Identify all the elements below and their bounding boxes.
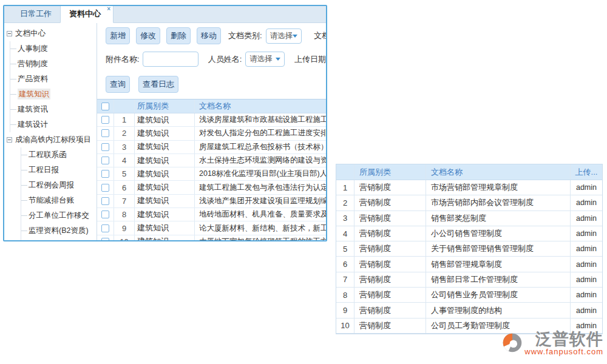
- person-name-select[interactable]: 请选择: [245, 52, 285, 67]
- toolbar-button[interactable]: 修改: [136, 27, 160, 44]
- cell-seq: 2: [336, 195, 354, 210]
- table-row[interactable]: 5 建筑知识 2018标准化监理项目部(业主项目部)人员...: [97, 167, 326, 181]
- table-row[interactable]: 4 营销制度 小公司销售管理制度 admin: [336, 226, 602, 241]
- marketing-docs-table: 所属别类 文档名称 上传... 1 营销制度 市场营销部管理规章制度 admin…: [336, 164, 603, 334]
- close-icon[interactable]: ×: [107, 6, 110, 12]
- row-checkbox[interactable]: [101, 211, 109, 218]
- cell-uploader: admin: [571, 241, 602, 256]
- table-row[interactable]: 4 建筑知识 水土保持生态环境监测网络的建设与资...: [97, 154, 326, 167]
- building-docs-table: 所属别类 文档名称 1 建筑知识 浅谈房屋建筑和市政: [97, 99, 326, 240]
- tree-node[interactable]: 文档中心: [4, 26, 97, 41]
- table-header-row: 所属别类 文档名称: [97, 99, 326, 113]
- row-checkbox[interactable]: [101, 238, 109, 240]
- tree-node-label: 节能减排台账: [29, 196, 74, 204]
- cell-seq: 1: [114, 113, 135, 126]
- toolbar-button[interactable]: 移动: [197, 27, 221, 44]
- tree-node[interactable]: 监理资料(B3质量控制): [4, 238, 97, 240]
- tree-node[interactable]: 产品资料: [4, 72, 97, 87]
- cell-uploader: admin: [571, 226, 602, 241]
- header-cell-seq: [336, 164, 354, 180]
- row-checkbox[interactable]: [101, 184, 109, 192]
- row-checkbox[interactable]: [101, 224, 109, 232]
- tree-node[interactable]: 成渝高铁内江标段项目: [4, 132, 97, 147]
- cell-checkbox: [97, 221, 114, 234]
- cell-uploader: admin: [571, 211, 602, 226]
- row-checkbox[interactable]: [101, 197, 109, 205]
- tree-node[interactable]: 营销制度: [4, 56, 97, 72]
- cell-seq: 7: [114, 195, 135, 207]
- tree-node[interactable]: 建筑设计: [4, 117, 97, 132]
- cell-seq: 5: [114, 167, 135, 180]
- tab-daily-work[interactable]: 日常工作: [12, 5, 60, 22]
- query-button[interactable]: 查询: [106, 76, 130, 93]
- table-row[interactable]: 7 营销制度 销售部日常工作管理制度 admin: [336, 272, 602, 288]
- tree-node[interactable]: 工程日报: [4, 163, 97, 178]
- table-row[interactable]: 9 营销制度 人事管理制度的结构 admin: [336, 303, 602, 318]
- document-tree: 文档中心 人事制度 营销制度 产品资料: [4, 26, 97, 240]
- cell-checkbox: [97, 181, 114, 194]
- tree-node-label: 文档中心: [15, 29, 46, 38]
- cell-doc-name: 浅谈地产集团开发建设项目监理规划编...: [195, 195, 326, 207]
- view-log-button[interactable]: 查看日志: [138, 76, 178, 93]
- doc-category-select[interactable]: 请选择: [266, 29, 302, 44]
- cell-category: 营销制度: [354, 226, 426, 241]
- row-checkbox[interactable]: [101, 170, 109, 178]
- tree-node[interactable]: 建筑资讯: [4, 102, 97, 117]
- table-row[interactable]: 2 建筑知识 对发包人指定分包的工程施工进度安排...: [97, 127, 326, 140]
- tree-node[interactable]: 节能减排台账: [4, 193, 97, 208]
- cell-category: 营销制度: [354, 303, 426, 317]
- doc-category-value: 请选择: [270, 31, 293, 41]
- select-all-checkbox[interactable]: [101, 103, 109, 110]
- cell-category: 建筑知识: [135, 221, 195, 234]
- table-row[interactable]: 3 营销制度 销售部奖惩制度 admin: [336, 211, 602, 226]
- header-cell-doc-name: 文档名称: [426, 164, 571, 180]
- tree-node[interactable]: 工程联系函: [4, 147, 97, 163]
- tree-node-label: 分工单位工作移交: [29, 211, 89, 220]
- toolbar-button[interactable]: 删除: [166, 27, 191, 44]
- table-row[interactable]: 1 建筑知识 浅谈房屋建筑和市政基础设施工程施工...: [97, 113, 326, 127]
- document-panel: 新增修改删除移动 文档类别: 请选择 文档 附件名称: 人员姓名: 请选择: [97, 23, 326, 240]
- person-name-value: 请选择: [249, 54, 273, 64]
- table-row[interactable]: 2 营销制度 市场营销部内部会议管理制度 admin: [336, 195, 602, 211]
- cell-category: 建筑知识: [135, 113, 195, 126]
- cell-doc-name: 大厦地下室加气砼墙砌筑工程的施工方...: [195, 235, 326, 240]
- table-row[interactable]: 9 建筑知识 论大厦新材料、新结构、新技术，新工...: [97, 221, 326, 235]
- table-row[interactable]: 6 建筑知识 建筑工程施工发包与承包违法行为认定...: [97, 181, 326, 194]
- tree-node[interactable]: 建筑知识: [4, 87, 97, 102]
- tree-node[interactable]: 人事制度: [4, 41, 97, 56]
- cell-doc-name: 房屋建筑工程总承包投标书（技术标）...: [195, 141, 326, 153]
- table-row[interactable]: 10 建筑知识 大厦地下室加气砼墙砌筑工程的施工方...: [97, 235, 326, 240]
- table-row[interactable]: 8 建筑知识 地砖地面材料、机具准备、质量要求及...: [97, 208, 326, 221]
- cell-seq: 7: [336, 272, 354, 287]
- row-checkbox[interactable]: [101, 116, 109, 124]
- table-body: 1 建筑知识 浅谈房屋建筑和市政基础设施工程施工... 2 建筑知识: [97, 113, 326, 240]
- attachment-name-label: 附件名称:: [106, 54, 140, 65]
- tab-data-center[interactable]: 资料中心 ×: [60, 5, 114, 23]
- row-checkbox[interactable]: [101, 157, 109, 164]
- tree-node[interactable]: 监理资料(B2资质): [4, 223, 97, 238]
- cell-category: 建筑知识: [135, 127, 195, 140]
- data-center-window: 日常工作 资料中心 × 文档中心 人事制度: [3, 5, 327, 241]
- logo-text-block: 泛普软件 www.fanpusoft.com: [524, 331, 603, 356]
- table-row[interactable]: 7 建筑知识 浅谈地产集团开发建设项目监理规划编...: [97, 195, 326, 208]
- table-row[interactable]: 6 营销制度 销售部管理规章制度 admin: [336, 257, 602, 272]
- collapse-icon[interactable]: [7, 137, 12, 143]
- attachment-name-input[interactable]: [143, 52, 198, 67]
- logo-website-url[interactable]: www.fanpusoft.com: [524, 348, 603, 356]
- toolbar-button[interactable]: 新增: [106, 27, 130, 44]
- cell-category: 营销制度: [354, 318, 426, 333]
- table-row[interactable]: 5 营销制度 关于销售部管理销售管理制度 admin: [336, 241, 602, 257]
- cell-seq: 2: [114, 127, 135, 140]
- table-row[interactable]: 3 建筑知识 房屋建筑工程总承包投标书（技术标）...: [97, 141, 326, 154]
- cell-seq: 5: [336, 241, 354, 256]
- row-checkbox[interactable]: [101, 143, 109, 151]
- tree-node-label: 营销制度: [18, 59, 48, 68]
- row-checkbox[interactable]: [101, 129, 109, 137]
- cell-checkbox: [97, 167, 114, 180]
- table-row[interactable]: 8 营销制度 公司销售业务员管理制度 admin: [336, 288, 602, 303]
- tree-node[interactable]: 工程例会周报: [4, 178, 97, 193]
- collapse-icon[interactable]: [7, 31, 12, 36]
- window-body: 文档中心 人事制度 营销制度 产品资料: [4, 23, 326, 240]
- tree-node[interactable]: 分工单位工作移交: [4, 208, 97, 223]
- table-row[interactable]: 1 营销制度 市场营销部管理规章制度 admin: [336, 180, 602, 195]
